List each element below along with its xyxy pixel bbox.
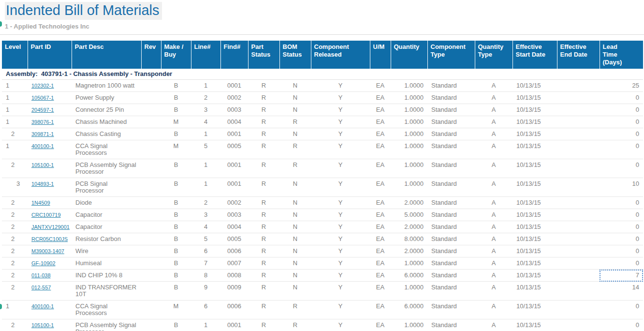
column-header-eff_end: Effective End Date	[557, 41, 600, 69]
part-id-link[interactable]: 400100-1	[31, 303, 54, 309]
cell-part_status: R	[248, 140, 279, 159]
cell-make_buy: M	[161, 301, 191, 319]
cell-component_released: Y	[311, 282, 370, 301]
cell-um: EA	[370, 301, 391, 319]
part-id-link[interactable]: 105100-1	[31, 162, 54, 168]
column-header-part_id: Part ID	[28, 41, 72, 69]
column-header-lead_time: Lead Time (Days)	[600, 41, 643, 69]
cell-eff_end	[557, 116, 600, 128]
cell-um: EA	[370, 159, 391, 178]
cell-eff_start: 10/13/15	[512, 116, 557, 128]
cell-um: EA	[370, 257, 391, 270]
cell-eff_start: 10/13/15	[512, 270, 557, 282]
cell-line_no: 4	[191, 221, 220, 233]
table-row: 2012-557IND TRANSFORMER 10TB90009RNYEA1.…	[2, 282, 643, 301]
cell-quantity: 6.0000	[391, 270, 427, 282]
part-id-link[interactable]: 102302-1	[31, 83, 54, 89]
cell-eff_start: 10/13/15	[512, 282, 557, 301]
cell-rev	[141, 319, 161, 331]
column-header-line_no: Line#	[191, 41, 220, 69]
cell-eff_start: 10/13/15	[512, 245, 557, 257]
cell-component_released: Y	[311, 140, 370, 159]
part-id-link[interactable]: 011-038	[31, 272, 51, 278]
part-id-link[interactable]: 309871-1	[31, 131, 54, 137]
part-id-link[interactable]: CRC100719	[31, 212, 61, 218]
cell-part_status: R	[248, 159, 279, 178]
cell-eff_start: 10/13/15	[512, 140, 557, 159]
assembly-label: Assembly:	[6, 70, 38, 77]
cell-bom_status: N	[279, 221, 311, 233]
column-header-rev: Rev	[141, 41, 161, 69]
cell-quantity_type: A	[475, 282, 512, 301]
cell-um: EA	[370, 282, 391, 301]
cell-eff_end	[557, 80, 600, 92]
cell-eff_end	[557, 257, 600, 270]
cell-part_id: 011-038	[28, 270, 72, 282]
cell-lead_time: 0	[600, 257, 643, 270]
cell-quantity: 1.0000	[391, 178, 427, 197]
cell-eff_end	[557, 221, 600, 233]
cell-line_no: 5	[191, 140, 220, 159]
cell-find_no: 0002	[220, 92, 248, 104]
part-id-link[interactable]: 105067-1	[31, 95, 54, 101]
cell-component_type: Standard	[427, 257, 475, 270]
cell-find_no: 0002	[220, 197, 248, 209]
cell-bom_status: N	[279, 92, 311, 104]
cell-eff_start: 10/13/15	[512, 80, 557, 92]
cell-lead_time-focused[interactable]: 7	[600, 270, 643, 282]
part-id-link[interactable]: JANTXV129001	[31, 224, 70, 230]
cell-quantity: 1.0000	[391, 104, 427, 116]
part-id-link[interactable]: 104893-1	[31, 181, 54, 187]
part-id-link[interactable]: 1N4509	[31, 200, 50, 206]
cell-quantity: 1.0000	[391, 92, 427, 104]
cell-make_buy: B	[161, 257, 191, 270]
table-row: 3104893-1PCB Signal ProcessorB10001RNYEA…	[2, 178, 643, 197]
cell-make_buy: B	[161, 104, 191, 116]
part-id-link[interactable]: 105100-1	[31, 322, 54, 328]
part-id-link[interactable]: GF-10902	[31, 260, 56, 266]
assembly-group-label: Assembly: 403791-1 - Chassis Assembly - …	[2, 69, 643, 80]
cell-quantity_type: A	[475, 245, 512, 257]
cell-part_desc: PCB Assembly Signal Processor	[72, 319, 141, 331]
cell-level: 2	[2, 209, 28, 221]
cell-make_buy: B	[161, 92, 191, 104]
cell-find_no: 0003	[220, 209, 248, 221]
part-id-link[interactable]: 012-557	[31, 285, 51, 290]
cell-rev	[141, 197, 161, 209]
cell-level: 2	[2, 233, 28, 245]
cell-eff_end	[557, 319, 600, 331]
cell-part_desc: Diode	[72, 197, 141, 209]
table-row: 2M39003-1407WireB60006RNYEA2.0000Standar…	[2, 245, 643, 257]
part-id-link[interactable]: 204597-1	[31, 107, 54, 113]
part-id-link[interactable]: M39003-1407	[31, 248, 64, 254]
cell-make_buy: B	[161, 197, 191, 209]
cell-part_status: R	[248, 116, 279, 128]
cell-rev	[141, 209, 161, 221]
cell-part_id: 309871-1	[28, 128, 72, 140]
part-id-link[interactable]: 400100-1	[31, 143, 54, 149]
table-row: 2CRC100719CapacitorB30003RNYEA5.0000Stan…	[2, 209, 643, 221]
cell-eff_end	[557, 178, 600, 197]
cell-lead_time: 0	[600, 233, 643, 245]
cell-component_released: Y	[311, 80, 370, 92]
table-row: 2011-038IND CHIP 10% 8B80008RNYEA6.0000S…	[2, 270, 643, 282]
cell-quantity_type: A	[475, 140, 512, 159]
cell-bom_status: R	[279, 140, 311, 159]
bom-table-head: LevelPart IDPart DescRevMake / BuyLine#F…	[2, 41, 643, 69]
cell-rev	[141, 104, 161, 116]
cell-part_status: R	[248, 282, 279, 301]
part-id-link[interactable]: RCR05C100JS	[31, 236, 68, 242]
cell-eff_start: 10/13/15	[512, 257, 557, 270]
cell-part_id: 105100-1	[28, 159, 72, 178]
cell-eff_start: 10/13/15	[512, 233, 557, 245]
part-id-link[interactable]: 398076-1	[31, 119, 54, 125]
cell-find_no: 0005	[220, 233, 248, 245]
cell-lead_time: 10	[600, 178, 643, 197]
cell-part_id: 104893-1	[28, 178, 72, 197]
cell-find_no: 0008	[220, 270, 248, 282]
cell-um: EA	[370, 92, 391, 104]
cell-quantity_type: A	[475, 116, 512, 128]
cell-find_no: 0001	[220, 128, 248, 140]
cell-lead_time: 0	[600, 209, 643, 221]
cell-part_status: R	[248, 104, 279, 116]
